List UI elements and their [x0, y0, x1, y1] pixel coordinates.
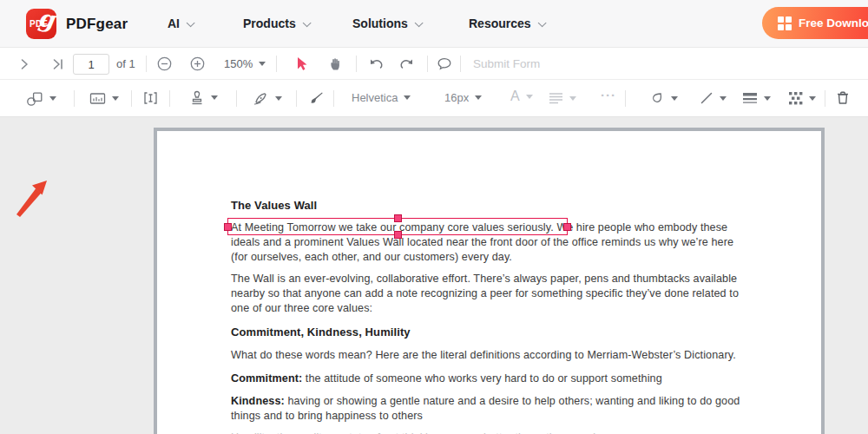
- fill-color-button[interactable]: [649, 90, 678, 106]
- image-tool-button[interactable]: [89, 91, 119, 106]
- caret-down-icon: [259, 62, 266, 66]
- delete-button[interactable]: [835, 89, 851, 106]
- definition-text: the attitude of someone who works very h…: [302, 372, 662, 385]
- chevron-down-icon: [414, 18, 423, 27]
- divider: [625, 90, 626, 107]
- doc-definition-line: Kindness: having or showing a gentle nat…: [231, 395, 740, 407]
- nav-item-label: Products: [243, 16, 296, 30]
- undo-button[interactable]: [368, 57, 384, 70]
- next-page-button[interactable]: [17, 57, 31, 71]
- caret-down-icon: [275, 96, 282, 101]
- nav-item-ai[interactable]: AI: [168, 16, 192, 30]
- more-options-button: ···: [601, 88, 616, 102]
- zoom-level-dropdown[interactable]: 150%: [224, 57, 266, 70]
- divider: [131, 90, 132, 107]
- chevron-down-icon: [537, 18, 546, 27]
- font-family-dropdown[interactable]: Helvetica: [352, 91, 411, 104]
- header-nav: PDF g PDFgear AI Products Solutions Reso…: [0, 0, 868, 48]
- chevron-down-icon: [187, 18, 195, 27]
- caret-down-icon: [569, 96, 576, 101]
- doc-definition-line: Commitment: the attitude of someone who …: [231, 372, 662, 385]
- zoom-in-button[interactable]: [190, 56, 205, 71]
- divider: [460, 56, 461, 72]
- navigation-toolbar: of 1 150% Submit Form: [0, 48, 868, 80]
- doc-line: The Wall is an ever-evolving, collaborat…: [231, 273, 737, 285]
- font-family-value: Helvetica: [352, 91, 398, 104]
- free-download-button[interactable]: Free Download: [762, 7, 868, 39]
- nav-item-label: AI: [168, 16, 180, 30]
- divider: [276, 56, 277, 72]
- text-field-tool-button[interactable]: [142, 90, 159, 106]
- editing-toolbar: Helvetica 16px A ···: [0, 80, 868, 117]
- redo-button[interactable]: [399, 57, 415, 70]
- sign-tool-button[interactable]: [253, 90, 282, 106]
- doc-line: one of our three core values:: [231, 302, 372, 314]
- caret-down-icon: [720, 96, 727, 101]
- caret-down-icon: [211, 95, 218, 100]
- caret-down-icon: [475, 95, 482, 100]
- page-total-label: of 1: [116, 57, 135, 70]
- windows-logo-icon: [778, 16, 791, 30]
- divider: [169, 90, 170, 107]
- divider: [74, 90, 75, 107]
- definition-text: having or showing a gentle nature and a …: [285, 395, 740, 407]
- text-align-button: [549, 92, 576, 104]
- select-tool-button[interactable]: [295, 56, 309, 71]
- chevron-down-icon: [302, 18, 311, 27]
- divider: [236, 90, 237, 107]
- logo-script-g: g: [36, 4, 56, 33]
- hand-tool-button[interactable]: [328, 56, 342, 71]
- nav-item-solutions[interactable]: Solutions: [352, 16, 420, 30]
- pdfgear-logo-icon[interactable]: PDF g: [26, 9, 56, 39]
- caret-down-icon: [49, 96, 56, 101]
- divider: [356, 56, 357, 72]
- doc-line: things and to bring happiness to others: [231, 410, 423, 422]
- page-number-input[interactable]: [73, 54, 109, 75]
- selection-handle-left[interactable]: [224, 223, 232, 231]
- document-viewport[interactable]: The Values Wall At Meeting Tomorrow we t…: [0, 117, 868, 434]
- caret-down-icon: [404, 95, 411, 100]
- brand-name[interactable]: PDFgear: [66, 16, 128, 33]
- divider: [825, 90, 825, 107]
- comment-button[interactable]: [437, 56, 452, 71]
- doc-line: (for ourselves, each other, and our cust…: [231, 251, 512, 263]
- line-weight-button[interactable]: [742, 91, 771, 105]
- definition-term: Kindness:: [231, 395, 285, 407]
- doc-heading: The Values Wall: [231, 199, 317, 212]
- doc-line: What do these words mean? Here are the l…: [231, 349, 736, 361]
- text-color-button: A: [510, 89, 533, 104]
- more-options-label: ···: [601, 88, 616, 102]
- caret-down-icon: [764, 96, 771, 101]
- zoom-out-button[interactable]: [157, 56, 172, 71]
- format-brush-button[interactable]: [308, 90, 325, 106]
- free-download-label: Free Download: [799, 16, 868, 30]
- nav-item-resources[interactable]: Resources: [469, 16, 543, 30]
- selection-handle-right[interactable]: [563, 223, 571, 231]
- definition-term: Commitment:: [231, 372, 302, 385]
- selection-handle-top[interactable]: [394, 214, 402, 222]
- nav-item-label: Resources: [469, 16, 531, 30]
- doc-line: nearby so that anyone can add a note rec…: [231, 287, 739, 299]
- stamp-tool-button[interactable]: [189, 89, 218, 106]
- line-tool-button[interactable]: [700, 91, 727, 105]
- font-size-value: 16px: [444, 91, 469, 104]
- nav-item-products[interactable]: Products: [243, 16, 308, 30]
- core-values-heading: Commitment, Kindness, Humility: [231, 326, 411, 339]
- zoom-level-value: 150%: [224, 57, 253, 70]
- text-selection-box[interactable]: [227, 218, 568, 235]
- font-size-dropdown[interactable]: 16px: [444, 91, 482, 104]
- pattern-button[interactable]: [788, 91, 816, 106]
- submit-form-button: Submit Form: [473, 57, 540, 70]
- caret-down-icon: [112, 96, 119, 101]
- selection-handle-bottom[interactable]: [394, 231, 402, 239]
- nav-item-label: Solutions: [352, 16, 408, 30]
- pdf-page[interactable]: The Values Wall At Meeting Tomorrow we t…: [154, 128, 825, 434]
- shape-tool-button[interactable]: [26, 90, 56, 107]
- divider: [296, 90, 297, 107]
- text-color-label: A: [510, 89, 520, 104]
- divider: [146, 56, 147, 72]
- caret-down-icon: [526, 95, 533, 99]
- doc-line: ideals and a prominent Values Wall locat…: [231, 236, 733, 248]
- divider: [333, 90, 334, 107]
- last-page-button[interactable]: [50, 57, 66, 71]
